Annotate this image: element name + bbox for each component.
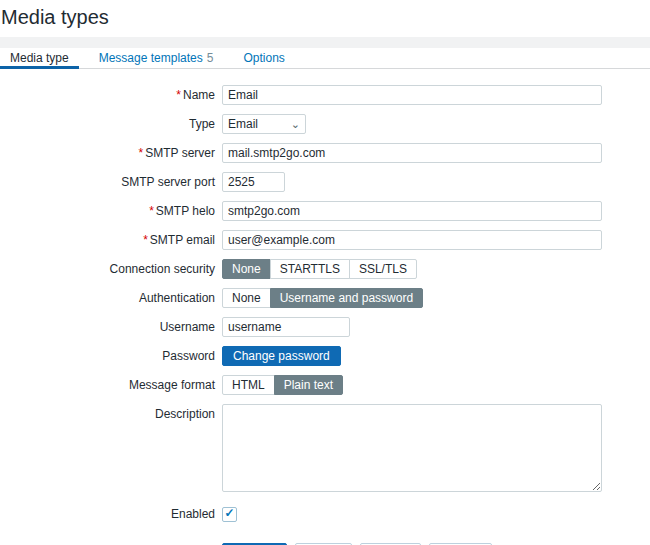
smtp-helo-row: *SMTP helo	[0, 201, 650, 221]
authentication-option-username-password[interactable]: Username and password	[270, 288, 423, 308]
type-label: Type	[0, 114, 215, 134]
smtp-port-input[interactable]	[222, 172, 285, 192]
smtp-email-row: *SMTP email	[0, 230, 650, 250]
name-input[interactable]	[222, 85, 602, 105]
chevron-down-icon: ⌄	[291, 119, 300, 130]
authentication-row: Authentication None Username and passwor…	[0, 288, 650, 308]
type-row: Type Email ⌄	[0, 114, 650, 134]
username-row: Username	[0, 317, 650, 337]
connection-security-option-ssltls[interactable]: SSL/TLS	[349, 259, 417, 279]
required-marker: *	[176, 88, 181, 102]
authentication-option-none[interactable]: None	[222, 288, 271, 308]
name-label: *Name	[0, 85, 215, 105]
username-label: Username	[0, 317, 215, 337]
connection-security-row: Connection security None STARTTLS SSL/TL…	[0, 259, 650, 279]
tab-message-templates-label: Message templates	[99, 51, 203, 65]
message-format-segmented: HTML Plain text	[222, 375, 343, 395]
authentication-segmented: None Username and password	[222, 288, 423, 308]
message-format-option-plain-text[interactable]: Plain text	[274, 375, 343, 395]
smtp-port-row: SMTP server port	[0, 172, 650, 192]
description-label: Description	[0, 404, 215, 424]
checkmark-icon: ✓	[224, 507, 234, 519]
smtp-helo-label: *SMTP helo	[0, 201, 215, 221]
connection-security-option-starttls[interactable]: STARTTLS	[270, 259, 350, 279]
description-row: Description	[0, 404, 650, 492]
username-input[interactable]	[222, 317, 350, 337]
type-select[interactable]: Email ⌄	[222, 114, 306, 134]
enabled-label: Enabled	[0, 504, 215, 524]
message-format-row: Message format HTML Plain text	[0, 375, 650, 395]
smtp-server-label: *SMTP server	[0, 143, 215, 163]
page-title: Media types	[1, 5, 650, 29]
tab-message-templates-count: 5	[207, 51, 214, 65]
smtp-server-row: *SMTP server	[0, 143, 650, 163]
password-row: Password Change password	[0, 346, 650, 366]
connection-security-label: Connection security	[0, 259, 215, 279]
enabled-row: Enabled ✓	[0, 504, 650, 524]
password-label: Password	[0, 346, 215, 366]
smtp-helo-input[interactable]	[222, 201, 602, 221]
required-marker: *	[139, 146, 144, 160]
smtp-server-input[interactable]	[222, 143, 602, 163]
message-format-option-html[interactable]: HTML	[222, 375, 275, 395]
smtp-port-label: SMTP server port	[0, 172, 215, 192]
authentication-label: Authentication	[0, 288, 215, 308]
media-type-form: *Name Type Email ⌄ *SMTP server SMTP ser…	[0, 69, 650, 545]
message-format-label: Message format	[0, 375, 215, 395]
smtp-email-label: *SMTP email	[0, 230, 215, 250]
tab-bar: Media type Message templates5 Options	[0, 48, 650, 69]
connection-security-segmented: None STARTTLS SSL/TLS	[222, 259, 417, 279]
required-marker: *	[149, 204, 154, 218]
connection-security-option-none[interactable]: None	[222, 259, 271, 279]
footer-buttons-row: Update Clone Delete Cancel	[0, 533, 650, 545]
tab-media-type[interactable]: Media type	[8, 48, 71, 68]
type-select-value: Email	[228, 117, 258, 131]
name-row: *Name	[0, 85, 650, 105]
tab-options[interactable]: Options	[241, 48, 286, 68]
description-textarea[interactable]	[222, 404, 602, 492]
change-password-button[interactable]: Change password	[222, 346, 341, 366]
enabled-checkbox[interactable]: ✓	[222, 507, 237, 522]
smtp-email-input[interactable]	[222, 230, 602, 250]
required-marker: *	[143, 233, 148, 247]
header-divider-strip	[0, 37, 650, 48]
tab-message-templates[interactable]: Message templates5	[97, 48, 216, 68]
